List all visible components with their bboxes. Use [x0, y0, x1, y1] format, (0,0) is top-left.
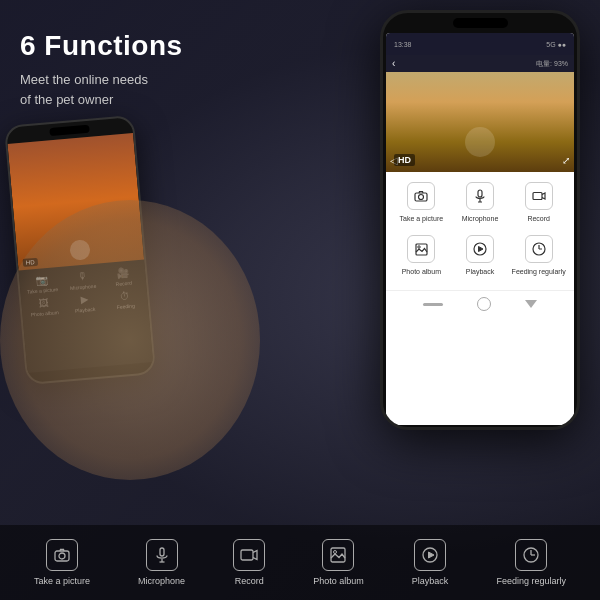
bottom-photo-album-icon: [322, 539, 354, 571]
page-subtitle: Meet the online needs of the pet owner: [20, 70, 183, 109]
camera-bar: ‹ 电量: 93%: [386, 55, 574, 72]
camera-icon: [407, 182, 435, 210]
ctrl-microphone[interactable]: Microphone: [453, 182, 508, 223]
bottom-item-record[interactable]: Record: [233, 539, 265, 586]
svg-point-7: [418, 245, 420, 247]
status-icons: 5G ●●: [546, 41, 566, 48]
microphone-icon: [466, 182, 494, 210]
ctrl-take-picture[interactable]: Take a picture: [394, 182, 449, 223]
bottom-feeding-icon: [515, 539, 547, 571]
nav-home-icon[interactable]: [477, 297, 491, 311]
hand-decoration: [0, 200, 260, 480]
large-phone-notch: [453, 18, 508, 28]
svg-point-14: [59, 553, 65, 559]
page-title: 6 Functions: [20, 30, 183, 62]
app-controls: Take a picture Microphone: [386, 172, 574, 282]
feeding-label: Feeding regularly: [512, 267, 566, 276]
bottom-record-label: Record: [235, 576, 264, 586]
bottom-item-microphone[interactable]: Microphone: [138, 539, 185, 586]
photo-album-icon: [407, 235, 435, 263]
playback-icon: [466, 235, 494, 263]
playback-label: Playback: [466, 267, 494, 276]
take-picture-label: Take a picture: [400, 214, 444, 223]
bottom-item-playback[interactable]: Playback: [412, 539, 449, 586]
nav-back-icon[interactable]: [525, 300, 537, 308]
back-button[interactable]: ‹: [392, 58, 395, 69]
controls-grid: Take a picture Microphone: [390, 182, 570, 276]
battery-percent: 电量: 93%: [536, 59, 568, 69]
svg-rect-5: [533, 193, 542, 200]
nav-menu-icon[interactable]: [423, 303, 443, 306]
video-feed: ◁ HD ⤢: [386, 72, 574, 172]
bottom-microphone-icon: [146, 539, 178, 571]
record-icon: [525, 182, 553, 210]
record-label: Record: [527, 214, 550, 223]
bottom-microphone-label: Microphone: [138, 576, 185, 586]
bottom-item-photo-album[interactable]: Photo album: [313, 539, 364, 586]
status-time: 13:38: [394, 41, 412, 48]
bottom-item-feeding[interactable]: Feeding regularly: [496, 539, 566, 586]
ctrl-photo-album[interactable]: Photo album: [394, 235, 449, 276]
left-text-section: 6 Functions Meet the online needs of the…: [20, 30, 183, 109]
svg-point-1: [419, 195, 424, 200]
small-phone-notch: [49, 125, 90, 136]
svg-marker-9: [478, 247, 483, 252]
hd-badge: HD: [394, 154, 415, 166]
feeding-icon: [525, 235, 553, 263]
bottom-playback-icon: [414, 539, 446, 571]
bottom-icon-bar: Take a picture Microphone Record: [0, 525, 600, 600]
phone-nav-bar: [386, 290, 574, 317]
status-bar: 13:38 5G ●●: [386, 33, 574, 55]
bottom-take-picture-label: Take a picture: [34, 576, 90, 586]
ctrl-record[interactable]: Record: [511, 182, 566, 223]
bottom-record-icon: [233, 539, 265, 571]
ctrl-feeding[interactable]: Feeding regularly: [511, 235, 566, 276]
bottom-photo-album-label: Photo album: [313, 576, 364, 586]
svg-rect-2: [478, 190, 482, 197]
large-phone: 13:38 5G ●● ‹ 电量: 93% ◁ HD ⤢: [380, 10, 580, 430]
ctrl-playback[interactable]: Playback: [453, 235, 508, 276]
large-phone-screen: 13:38 5G ●● ‹ 电量: 93% ◁ HD ⤢: [386, 33, 574, 425]
page-content: 6 Functions Meet the online needs of the…: [0, 0, 600, 600]
bottom-playback-label: Playback: [412, 576, 449, 586]
svg-rect-18: [241, 550, 253, 560]
fullscreen-icon[interactable]: ⤢: [562, 155, 570, 166]
svg-rect-15: [160, 548, 164, 556]
microphone-label: Microphone: [462, 214, 499, 223]
svg-point-20: [334, 551, 337, 554]
bottom-item-take-picture[interactable]: Take a picture: [34, 539, 90, 586]
bottom-camera-icon: [46, 539, 78, 571]
svg-marker-22: [429, 552, 435, 558]
photo-album-label: Photo album: [402, 267, 441, 276]
bottom-feeding-label: Feeding regularly: [496, 576, 566, 586]
